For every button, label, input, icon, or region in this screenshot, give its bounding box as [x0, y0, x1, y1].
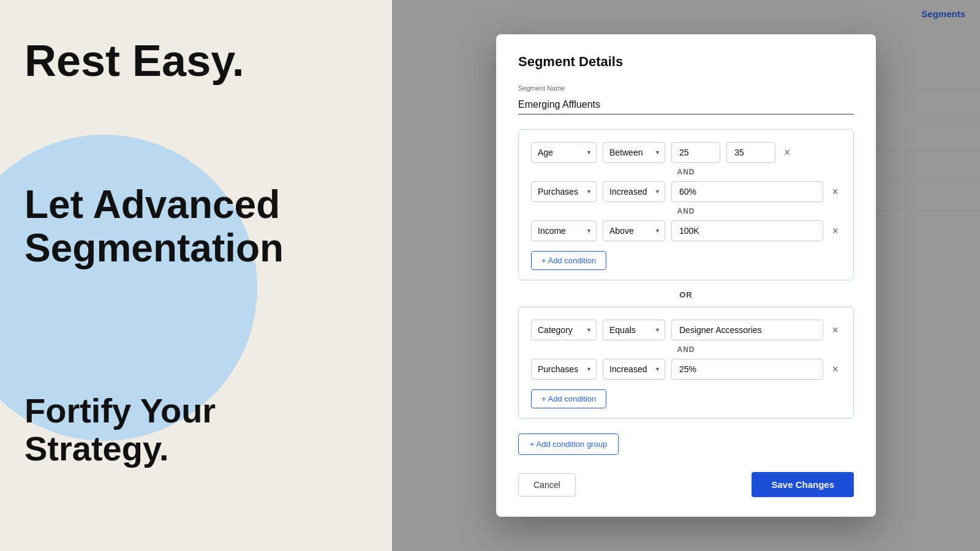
field-select-age[interactable]: Age Purchases Income Category: [531, 142, 597, 163]
operator-select-above[interactable]: Above Between Below Equals Increased: [603, 220, 665, 241]
value-input-income[interactable]: [671, 220, 823, 241]
and-separator-2: AND: [531, 207, 841, 216]
condition-row-age: Age Purchases Income Category Between Ab…: [531, 142, 841, 163]
headline-2: Let Advanced Segmentation: [24, 183, 368, 269]
condition-row-purchases-2: Purchases Age Income Category Increased …: [531, 359, 841, 380]
condition-group-2: Category Age Purchases Income Equals Bet…: [518, 307, 854, 419]
modal-footer: Cancel Save Changes: [518, 472, 854, 497]
add-condition-label-1: + Add condition: [541, 256, 596, 265]
operator-select-wrapper-above[interactable]: Above Between Below Equals Increased: [603, 220, 665, 241]
field-select-purchases1[interactable]: Purchases Age Income Category: [531, 181, 597, 202]
operator-select-increased2[interactable]: Increased Between Above Below Equals: [603, 359, 665, 380]
condition-row-purchases-1: Purchases Age Income Category Increased …: [531, 181, 841, 202]
or-separator: OR: [518, 290, 854, 299]
and-separator-1: AND: [531, 168, 841, 176]
field-select-wrapper-age[interactable]: Age Purchases Income Category: [531, 142, 597, 163]
remove-condition-income-button[interactable]: ×: [829, 223, 841, 239]
left-panel: Rest Easy. Let Advanced Segmentation For…: [0, 0, 392, 551]
cancel-button[interactable]: Cancel: [518, 473, 576, 497]
add-condition-group-button[interactable]: + Add condition group: [518, 433, 619, 455]
add-condition-label-2: + Add condition: [541, 394, 596, 403]
save-changes-button[interactable]: Save Changes: [752, 472, 854, 497]
operator-select-between[interactable]: Between Above Below Equals Increased: [603, 142, 665, 163]
field-select-wrapper-income[interactable]: Income Age Purchases Category: [531, 220, 597, 241]
operator-select-wrapper-increased1[interactable]: Increased Between Above Below Equals: [603, 181, 665, 202]
condition-row-income: Income Age Purchases Category Above Betw…: [531, 220, 841, 241]
condition-row-category: Category Age Purchases Income Equals Bet…: [531, 320, 841, 340]
remove-condition-purchases2-button[interactable]: ×: [829, 361, 841, 377]
headline-3: Fortify Your Strategy.: [24, 392, 368, 467]
add-group-label: + Add condition group: [530, 440, 607, 449]
operator-select-wrapper-equals[interactable]: Equals Between Above Below Increased: [603, 320, 665, 340]
add-condition-button-group2[interactable]: + Add condition: [531, 389, 606, 408]
value-input-purchases-2[interactable]: [671, 359, 823, 380]
value-input-age-max[interactable]: [726, 142, 775, 163]
headline-1: Rest Easy.: [24, 37, 368, 85]
value-input-category[interactable]: [671, 320, 823, 340]
field-select-wrapper-category[interactable]: Category Age Purchases Income: [531, 320, 597, 340]
value-input-age-min[interactable]: [671, 142, 720, 163]
value-input-purchases-1[interactable]: [671, 181, 823, 202]
operator-select-increased1[interactable]: Increased Between Above Below Equals: [603, 181, 665, 202]
condition-group-1: Age Purchases Income Category Between Ab…: [518, 129, 854, 280]
remove-condition-purchases1-button[interactable]: ×: [829, 184, 841, 200]
segment-name-input[interactable]: [518, 96, 854, 114]
remove-condition-age-button[interactable]: ×: [782, 144, 793, 160]
segment-details-modal: Segment Details Segment Name Age Purchas…: [496, 34, 876, 517]
remove-condition-category-button[interactable]: ×: [829, 322, 841, 338]
modal-title: Segment Details: [518, 54, 854, 70]
field-select-wrapper-purchases1[interactable]: Purchases Age Income Category: [531, 181, 597, 202]
field-select-category[interactable]: Category Age Purchases Income: [531, 320, 597, 340]
operator-select-wrapper-increased2[interactable]: Increased Between Above Below Equals: [603, 359, 665, 380]
operator-select-wrapper-between[interactable]: Between Above Below Equals Increased: [603, 142, 665, 163]
add-condition-button-group1[interactable]: + Add condition: [531, 251, 606, 270]
field-select-purchases2[interactable]: Purchases Age Income Category: [531, 359, 597, 380]
and-separator-3: AND: [531, 345, 841, 354]
field-select-wrapper-purchases2[interactable]: Purchases Age Income Category: [531, 359, 597, 380]
field-select-income[interactable]: Income Age Purchases Category: [531, 220, 597, 241]
operator-select-equals[interactable]: Equals Between Above Below Increased: [603, 320, 665, 340]
modal-overlay: Segment Details Segment Name Age Purchas…: [392, 0, 980, 551]
segment-name-label: Segment Name: [518, 84, 854, 92]
